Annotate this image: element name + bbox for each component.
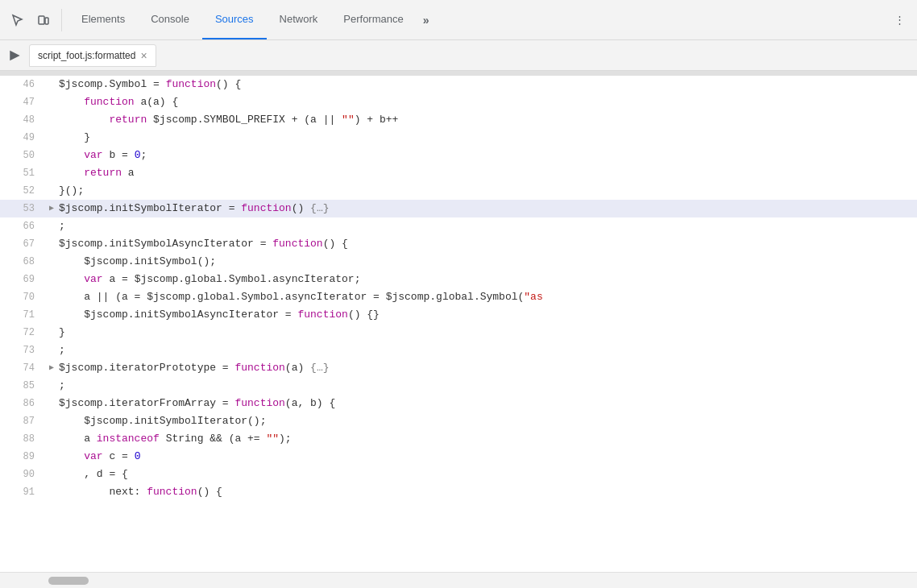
scrollbar-thumb[interactable] xyxy=(48,577,89,585)
code-line: 49 } xyxy=(0,129,917,147)
tab-performance[interactable]: Performance xyxy=(330,0,416,39)
line-number: 90 xyxy=(0,466,44,483)
code-line: 47 function a(a) { xyxy=(0,93,917,111)
svg-marker-2 xyxy=(10,52,19,60)
code-line: 48 return $jscomp.SYMBOL_PREFIX + (a || … xyxy=(0,111,917,129)
source-tabbar: script_foot.js:formatted × xyxy=(0,40,917,71)
code-line: 88 a instanceof String && (a += ""); xyxy=(0,430,917,448)
source-file-tab[interactable]: script_foot.js:formatted × xyxy=(29,44,156,67)
line-code: $jscomp.initSymbol(); xyxy=(59,253,917,271)
line-number: 48 xyxy=(0,111,44,129)
device-toolbar-btn[interactable] xyxy=(32,9,55,31)
line-number: 66 xyxy=(0,217,44,235)
line-code: } xyxy=(59,324,917,342)
code-line: 73; xyxy=(0,342,917,359)
line-number: 88 xyxy=(0,430,44,448)
line-number: 74 xyxy=(0,359,44,377)
line-code: $jscomp.iteratorPrototype = function(a) … xyxy=(59,359,917,377)
line-arrow[interactable]: ▶ xyxy=(44,200,59,217)
settings-btn[interactable]: ⋮ xyxy=(888,9,911,31)
tab-sources[interactable]: Sources xyxy=(202,0,267,39)
source-tab-filename: script_foot.js:formatted xyxy=(38,50,135,61)
code-content[interactable]: 46$jscomp.Symbol = function() {47 functi… xyxy=(0,76,917,572)
code-line: 86$jscomp.iteratorFromArray = function(a… xyxy=(0,395,917,412)
code-line: 53▶$jscomp.initSymbolIterator = function… xyxy=(0,200,917,217)
toolbar-settings: ⋮ xyxy=(888,9,911,31)
line-code: $jscomp.iteratorFromArray = function(a, … xyxy=(59,395,917,412)
code-line: 50 var b = 0; xyxy=(0,147,917,164)
line-code: next: function() { xyxy=(59,483,917,501)
code-line: 74▶$jscomp.iteratorPrototype = function(… xyxy=(0,359,917,377)
inspect-element-btn[interactable] xyxy=(6,9,29,31)
code-line: 90 , d = { xyxy=(0,466,917,483)
code-line: 85; xyxy=(0,377,917,395)
svg-rect-0 xyxy=(39,16,44,24)
line-number: 89 xyxy=(0,448,44,466)
line-number: 53 xyxy=(0,200,44,217)
line-number: 73 xyxy=(0,342,44,359)
line-number: 86 xyxy=(0,395,44,412)
line-code: ; xyxy=(59,377,917,395)
main-tabs: Elements Console Sources Network Perform… xyxy=(68,0,436,39)
line-number: 69 xyxy=(0,271,44,288)
line-code: $jscomp.initSymbolIterator(); xyxy=(59,412,917,430)
code-line: 91 next: function() { xyxy=(0,483,917,501)
line-code: ; xyxy=(59,217,917,235)
line-code: var b = 0; xyxy=(59,147,917,164)
line-arrow[interactable]: ▶ xyxy=(44,359,59,377)
code-line: 72} xyxy=(0,324,917,342)
code-line: 70 a || (a = $jscomp.global.Symbol.async… xyxy=(0,288,917,306)
toolbar-icons xyxy=(6,9,62,31)
code-line: 69 var a = $jscomp.global.Symbol.asyncIt… xyxy=(0,271,917,288)
line-code: a instanceof String && (a += ""); xyxy=(59,430,917,448)
line-code: $jscomp.initSymbolAsyncIterator = functi… xyxy=(59,235,917,253)
line-number: 49 xyxy=(0,129,44,147)
source-tab-close[interactable]: × xyxy=(140,49,147,62)
line-code: var a = $jscomp.global.Symbol.asyncItera… xyxy=(59,271,917,288)
code-line: 67$jscomp.initSymbolAsyncIterator = func… xyxy=(0,235,917,253)
tab-console[interactable]: Console xyxy=(138,0,202,39)
line-number: 70 xyxy=(0,288,44,306)
line-code: $jscomp.initSymbolAsyncIterator = functi… xyxy=(59,306,917,324)
line-code: $jscomp.Symbol = function() { xyxy=(59,76,917,93)
code-area: 46$jscomp.Symbol = function() {47 functi… xyxy=(0,71,917,588)
line-code: }(); xyxy=(59,182,917,200)
line-number: 52 xyxy=(0,182,44,200)
line-number: 91 xyxy=(0,483,44,501)
code-line: 87 $jscomp.initSymbolIterator(); xyxy=(0,412,917,430)
tab-network[interactable]: Network xyxy=(267,0,331,39)
line-number: 68 xyxy=(0,253,44,271)
line-code: ; xyxy=(59,342,917,359)
code-line: 46$jscomp.Symbol = function() { xyxy=(0,76,917,93)
line-code: $jscomp.initSymbolIterator = function() … xyxy=(59,200,917,217)
line-number: 71 xyxy=(0,306,44,324)
more-tabs-btn[interactable]: » xyxy=(417,0,436,39)
line-number: 51 xyxy=(0,164,44,182)
line-code: } xyxy=(59,129,917,147)
line-number: 50 xyxy=(0,147,44,164)
line-code: function a(a) { xyxy=(59,93,917,111)
devtools-toolbar: Elements Console Sources Network Perform… xyxy=(0,0,917,40)
code-line: 52}(); xyxy=(0,182,917,200)
horizontal-scrollbar[interactable] xyxy=(0,572,917,588)
code-line: 89 var c = 0 xyxy=(0,448,917,466)
line-code: return $jscomp.SYMBOL_PREFIX + (a || "")… xyxy=(59,111,917,129)
code-line: 51 return a xyxy=(0,164,917,182)
code-line: 66; xyxy=(0,217,917,235)
svg-rect-1 xyxy=(45,18,48,24)
code-line: 68 $jscomp.initSymbol(); xyxy=(0,253,917,271)
line-number: 67 xyxy=(0,235,44,253)
line-number: 87 xyxy=(0,412,44,430)
tab-elements[interactable]: Elements xyxy=(68,0,138,39)
line-code: return a xyxy=(59,164,917,182)
line-number: 47 xyxy=(0,93,44,111)
line-number: 72 xyxy=(0,324,44,342)
line-code: , d = { xyxy=(59,466,917,483)
toggle-panel-btn[interactable] xyxy=(3,44,26,67)
line-number: 85 xyxy=(0,377,44,395)
line-code: a || (a = $jscomp.global.Symbol.asyncIte… xyxy=(59,288,917,306)
code-line: 71 $jscomp.initSymbolAsyncIterator = fun… xyxy=(0,306,917,324)
line-number: 46 xyxy=(0,76,44,93)
line-code: var c = 0 xyxy=(59,448,917,466)
